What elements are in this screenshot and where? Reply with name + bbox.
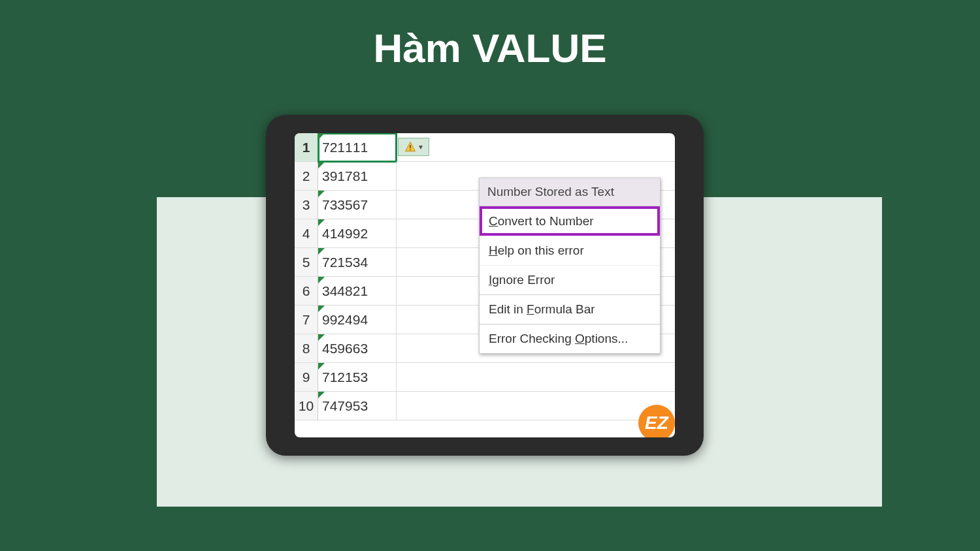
cell-empty[interactable] (397, 392, 675, 420)
tablet-frame: 1721111▾23917813733567441499257215346344… (266, 115, 704, 456)
row-header[interactable]: 1 (295, 133, 318, 162)
row-header[interactable]: 6 (295, 277, 318, 306)
row-header[interactable]: 2 (295, 162, 318, 191)
menu-item[interactable]: Convert to Number (480, 206, 660, 236)
cell-value[interactable]: 459663 (318, 334, 397, 363)
svg-rect-1 (410, 145, 411, 148)
brand-badge: EZ (638, 405, 675, 437)
excel-screen: 1721111▾23917813733567441499257215346344… (295, 133, 675, 437)
page-title: Hàm VALUE (0, 0, 980, 71)
cell-value[interactable]: 712153 (318, 363, 397, 392)
row-header[interactable]: 9 (295, 363, 318, 392)
svg-rect-2 (410, 150, 411, 151)
row-header[interactable]: 3 (295, 191, 318, 219)
menu-header: Number Stored as Text (480, 178, 660, 206)
cell-value[interactable]: 344821 (318, 277, 397, 306)
row-header[interactable]: 8 (295, 334, 318, 363)
warning-icon (404, 141, 416, 153)
cell-value[interactable]: 391781 (318, 162, 397, 191)
cell-value[interactable]: 733567 (318, 191, 397, 219)
error-smart-tag[interactable]: ▾ (398, 138, 429, 156)
row-header[interactable]: 7 (295, 306, 318, 334)
cell-value[interactable]: 747953 (318, 392, 397, 420)
menu-item[interactable]: Error Checking Options... (480, 324, 660, 353)
menu-item[interactable]: Help on this error (480, 236, 660, 265)
cell-value[interactable]: 721534 (318, 248, 397, 277)
row-header[interactable]: 5 (295, 248, 318, 277)
menu-item[interactable]: Ignore Error (480, 265, 660, 294)
row-header[interactable]: 10 (295, 392, 318, 420)
cell-value[interactable]: 414992 (318, 219, 397, 248)
cell-value[interactable]: 992494 (318, 306, 397, 334)
menu-item[interactable]: Edit in Formula Bar (480, 294, 660, 324)
cell-value[interactable]: 721111 (318, 133, 397, 162)
row-header[interactable]: 4 (295, 219, 318, 248)
error-context-menu: Number Stored as Text Convert to NumberH… (479, 178, 661, 354)
chevron-down-icon: ▾ (419, 142, 423, 151)
cell-empty[interactable] (397, 363, 675, 392)
cell-empty[interactable]: ▾ (397, 133, 675, 162)
